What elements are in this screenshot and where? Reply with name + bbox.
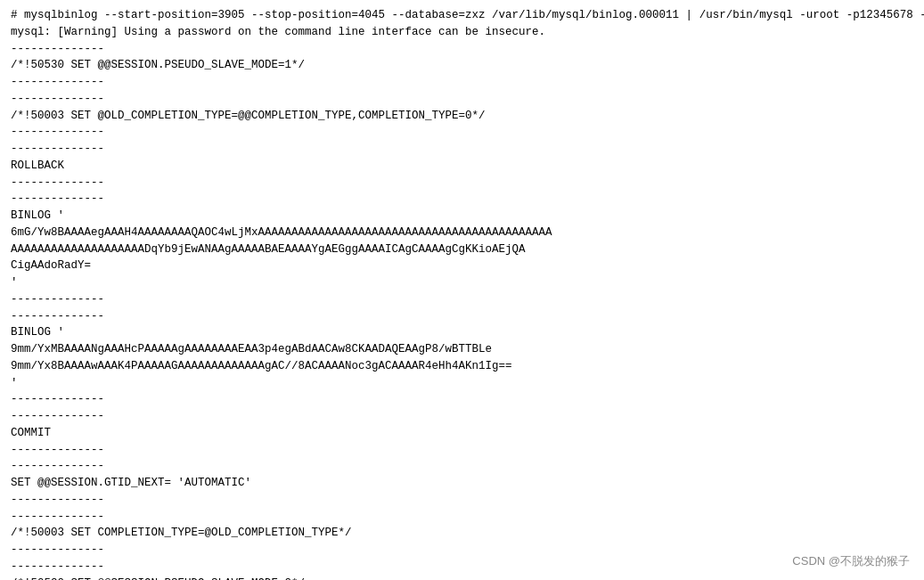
terminal-line-completion2: /*!50003 SET COMPLETION_TYPE=@OLD_COMPLE… [11, 525, 913, 542]
terminal-line-binlog2-data1: 9mm/YxMBAAAANgAAAHcPAAAAAgAAAAAAAAEAA3p4… [11, 341, 913, 358]
terminal-line-session1: /*!50530 SET @@SESSION.PSEUDO_SLAVE_MODE… [11, 57, 913, 74]
terminal-line-commit: COMMIT [11, 425, 913, 442]
terminal-line-sep2: -------------- [11, 74, 913, 91]
terminal-line-warning-line: mysql: [Warning] Using a password on the… [11, 24, 913, 41]
terminal-line-sep12: -------------- [11, 442, 913, 459]
terminal-container: # mysqlbinlog --start-position=3905 --st… [0, 0, 924, 580]
terminal-line-sep10: -------------- [11, 391, 913, 408]
terminal-line-sep13: -------------- [11, 458, 913, 475]
watermark: CSDN @不脱发的猴子 [792, 553, 910, 569]
terminal-line-binlog2-end: ' [11, 375, 913, 392]
terminal-line-sep8: -------------- [11, 291, 913, 308]
terminal-line-binlog1: BINLOG ' [11, 208, 913, 225]
terminal-line-sep16: -------------- [11, 542, 913, 559]
terminal-line-completion1: /*!50003 SET @OLD_COMPLETION_TYPE=@@COMP… [11, 108, 913, 125]
terminal-line-sep7: -------------- [11, 191, 913, 208]
terminal-line-sep15: -------------- [11, 509, 913, 526]
terminal-line-sep11: -------------- [11, 408, 913, 425]
terminal-line-sep14: -------------- [11, 492, 913, 509]
terminal-line-sep1: -------------- [11, 41, 913, 58]
terminal-line-pseudo-slave: /*!50530 SET @@SESSION.PSEUDO_SLAVE_MODE… [11, 576, 913, 581]
terminal-line-sep4: -------------- [11, 124, 913, 141]
terminal-line-cmd-line: # mysqlbinlog --start-position=3905 --st… [11, 7, 913, 24]
terminal-line-binlog1-end: ' [11, 274, 913, 291]
terminal-line-rollback: ROLLBACK [11, 158, 913, 175]
terminal-line-sep9: -------------- [11, 308, 913, 325]
terminal-line-binlog1-data3: CigAAdoRadY= [11, 257, 913, 274]
terminal-line-sep17: -------------- [11, 559, 913, 576]
terminal-line-sep5: -------------- [11, 141, 913, 158]
terminal-line-sep3: -------------- [11, 91, 913, 108]
terminal-line-sep6: -------------- [11, 175, 913, 192]
terminal-output: # mysqlbinlog --start-position=3905 --st… [11, 7, 913, 580]
terminal-line-binlog2: BINLOG ' [11, 324, 913, 341]
terminal-line-binlog1-data1: 6mG/Yw8BAAAAegAAAH4AAAAAAAAQAOC4wLjMxAAA… [11, 225, 913, 241]
terminal-line-binlog2-data2: 9mm/Yx8BAAAAwAAAK4PAAAAAGAAAAAAAAAAAAAgA… [11, 358, 913, 375]
terminal-line-binlog1-data2: AAAAAAAAAAAAAAAAAAAADqYb9jEwANAAgAAAAABA… [11, 241, 913, 258]
terminal-line-gtid: SET @@SESSION.GTID_NEXT= 'AUTOMATIC' [11, 475, 913, 492]
